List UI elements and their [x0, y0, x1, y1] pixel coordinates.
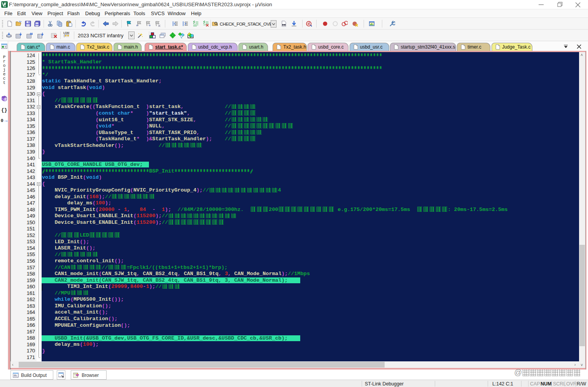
svg-text:?: ?	[4, 98, 6, 102]
svg-text:d: d	[308, 22, 310, 26]
svg-text:LOAD: LOAD	[63, 31, 69, 34]
